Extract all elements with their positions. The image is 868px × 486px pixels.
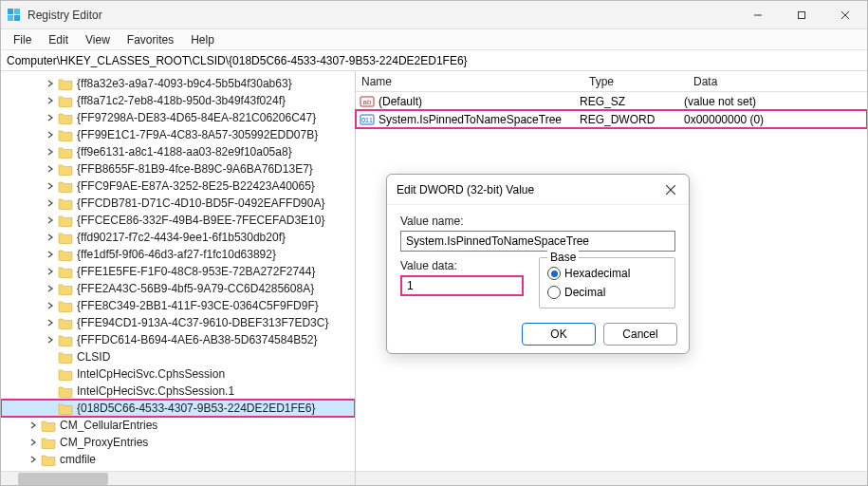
list-row[interactable]: 011System.IsPinnedToNameSpaceTreeREG_DWO… [356,110,867,128]
tree-label: {FFFDC614-B694-4AE6-AB38-5D6374584B52} [77,333,318,346]
tree-row[interactable]: {ff8a71c2-7eb8-418b-950d-3b49f43f024f} [1,92,355,109]
chevron-right-icon[interactable] [45,146,56,158]
tree[interactable]: {ff8a32e3-a9a7-4093-b9c4-5b5b4f30ab63}{f… [1,71,355,470]
chevron-right-icon[interactable] [45,163,56,175]
menu-file[interactable]: File [6,31,39,48]
dialog-close-button[interactable] [662,181,679,198]
tree-row[interactable]: {FFB8655F-81B9-4fce-B89C-9A6BA76D13E7} [1,160,355,178]
tree-row[interactable]: {FFCECE86-332F-49B4-B9EE-7FECEFAD3E10} [1,212,355,229]
tree-row[interactable]: {ff9e6131-a8c1-4188-aa03-82e9f10a05a8} [1,143,355,160]
radio-decimal[interactable]: Decimal [547,283,667,302]
folder-icon [41,419,56,432]
folder-icon [58,316,73,329]
chevron-right-icon[interactable] [28,437,39,448]
folder-icon [41,453,56,466]
tree-pane: {ff8a32e3-a9a7-4093-b9c4-5b5b4f30ab63}{f… [1,71,356,485]
radio-icon [547,286,561,299]
scrollbar-thumb[interactable] [18,473,108,485]
chevron-right-icon[interactable] [45,266,56,277]
col-name[interactable]: Name [356,75,583,88]
folder-icon [58,162,73,176]
tree-label: {FFB8655F-81B9-4fce-B89C-9A6BA76D13E7} [77,162,313,176]
folder-icon [58,402,73,415]
radio-hexadecimal[interactable]: Hexadecimal [547,264,667,283]
chevron-right-icon[interactable] [45,180,56,192]
tree-row[interactable]: cmdfile [1,451,355,468]
chevron-right-icon[interactable] [45,112,56,123]
tree-label: {018D5C66-4533-4307-9B53-224DE2ED1FE6} [77,402,316,415]
tree-row[interactable]: {FFCDB781-D71C-4D10-BD5F-0492EAFFD90A} [1,195,355,212]
tree-row[interactable]: {FFC9F9AE-E87A-3252-8E25-B22423A40065} [1,178,355,195]
tree-label: IntelCpHeciSvc.CphsSession [77,367,225,381]
tree-row[interactable]: {ffe1df5f-9f06-46d3-af27-f1fc10d63892} [1,246,355,263]
tree-row[interactable]: {018D5C66-4533-4307-9B53-224DE2ED1FE6} [1,400,355,417]
radio-label: Decimal [564,286,605,299]
radio-label: Hexadecimal [564,267,630,280]
tree-row[interactable]: {FFFDC614-B694-4AE6-AB38-5D6374584B52} [1,331,355,348]
tree-row[interactable]: {FFE2A43C-56B9-4bf5-9A79-CC6D4285608A} [1,280,355,297]
svg-rect-0 [8,9,13,14]
menu-view[interactable]: View [78,31,118,48]
tree-row[interactable]: {ffd90217-f7c2-4434-9ee1-6f1b530db20f} [1,229,355,246]
menu-favorites[interactable]: Favorites [120,31,181,48]
tree-label: {FFE94CD1-913A-4C37-9610-DBEF313F7ED3C} [77,316,328,329]
chevron-right-icon[interactable] [28,420,39,431]
chevron-right-icon[interactable] [28,454,39,465]
chevron-right-icon[interactable] [45,249,56,260]
tree-label: {FFCECE86-332F-49B4-B9EE-7FECEFAD3E10} [77,214,324,227]
list-row[interactable]: ab(Default)REG_SZ(value not set) [356,92,867,110]
tree-row[interactable]: CM_CellularEntries [1,417,355,434]
folder-icon [58,77,73,90]
chevron-right-icon[interactable] [45,129,56,140]
chevron-right-icon[interactable] [45,283,56,294]
base-group: Base Hexadecimal Decimal [539,257,675,308]
value-name: (Default) [379,95,422,108]
folder-icon [58,299,73,312]
folder-icon [58,179,73,193]
tree-row[interactable]: {FFE94CD1-913A-4C37-9610-DBEF313F7ED3C} [1,314,355,331]
col-type[interactable]: Type [583,75,688,88]
tree-row[interactable]: CLSID [1,348,355,365]
chevron-right-icon[interactable] [45,215,56,226]
tree-row[interactable]: IntelCpHeciSvc.CphsSession.1 [1,383,355,400]
tree-row[interactable]: IntelCpHeciSvc.CphsSession [1,365,355,383]
folder-icon [58,367,73,381]
value-name: System.IsPinnedToNameSpaceTree [379,113,562,126]
chevron-right-icon[interactable] [45,78,56,89]
ok-button[interactable]: OK [522,323,596,346]
tree-label: CM_CellularEntries [60,419,157,432]
tree-row[interactable]: {ff8a32e3-a9a7-4093-b9c4-5b5b4f30ab63} [1,75,355,92]
value-name-input[interactable] [400,231,675,252]
tree-row[interactable]: {FF97298A-DE83-4D65-84EA-821C06206C47} [1,109,355,126]
chevron-right-icon[interactable] [45,317,56,328]
value-type: REG_DWORD [580,113,684,126]
list-scrollbar-h[interactable] [356,471,867,485]
chevron-right-icon[interactable] [45,334,56,346]
chevron-right-icon[interactable] [45,95,56,106]
folder-icon [58,145,73,159]
chevron-right-icon[interactable] [45,197,56,209]
window-title: Registry Editor [28,9,736,22]
tree-row[interactable]: {FFE1E5FE-F1F0-48C8-953E-72BA272F2744} [1,263,355,280]
folder-icon [58,111,73,124]
folder-icon [58,248,73,261]
tree-scrollbar-h[interactable] [1,471,355,485]
minimize-button[interactable] [736,1,780,29]
menu-help[interactable]: Help [183,31,222,48]
chevron-right-icon[interactable] [45,232,56,243]
cancel-button[interactable]: Cancel [603,323,677,346]
close-button[interactable] [823,1,867,29]
tree-row[interactable]: {FF99E1C1-7F9A-4C83-8A57-305992EDD07B} [1,126,355,143]
col-data[interactable]: Data [688,75,867,88]
radio-icon [547,267,561,280]
value-data-input[interactable] [400,275,524,296]
address-input[interactable] [5,52,863,69]
tree-label: {FFE8C349-2BB1-411F-93CE-0364C5F9FD9F} [77,299,319,312]
tree-row[interactable]: CM_ProxyEntries [1,434,355,451]
maximize-button[interactable] [780,1,823,29]
folder-icon [58,350,73,364]
tree-row[interactable]: {FFE8C349-2BB1-411F-93CE-0364C5F9FD9F} [1,297,355,314]
chevron-right-icon[interactable] [45,300,56,311]
folder-icon [58,384,73,398]
menu-edit[interactable]: Edit [41,31,76,48]
